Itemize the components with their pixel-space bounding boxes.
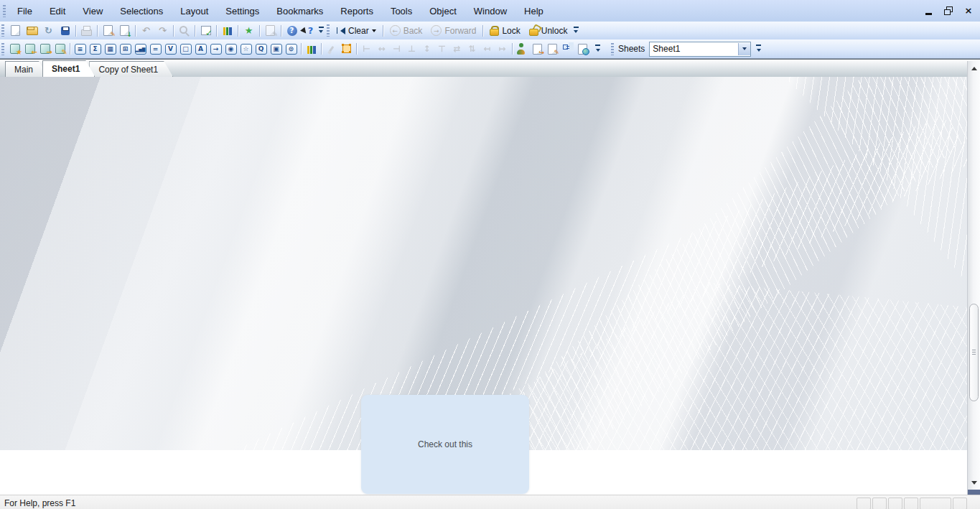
menu-edit[interactable]: Edit [41,3,74,19]
create-chart-icon[interactable] [133,42,148,56]
distribute-vertical-icon[interactable] [465,42,480,56]
quick-chart-wizard-icon[interactable] [219,24,235,38]
create-slider-icon[interactable] [223,42,238,56]
refresh-icon[interactable] [40,24,57,38]
table-viewer-icon[interactable] [560,42,575,56]
separator [319,42,324,56]
tab-label: Copy of Sheet1 [98,65,158,75]
reload-icon[interactable] [116,24,133,38]
unlock-icon [529,26,538,36]
sheet-tab-strip: MainSheet1Copy of Sheet1 [0,59,980,77]
undo-icon[interactable] [138,24,154,38]
separator [235,24,241,38]
align-top-icon[interactable] [434,42,449,56]
user-preferences-icon[interactable] [515,42,530,56]
scrollbar-thumb[interactable] [969,304,979,401]
align-right-icon[interactable] [389,42,404,56]
scroll-up-icon[interactable] [968,62,980,74]
whats-this-icon[interactable] [300,24,317,38]
promote-sheet-icon[interactable] [22,42,37,56]
lock-button[interactable]: Lock [485,23,524,39]
menu-settings[interactable]: Settings [217,3,268,19]
scroll-down-icon[interactable] [968,477,980,489]
menu-help[interactable]: Help [515,3,552,19]
open-icon[interactable] [24,24,40,38]
distribute-horizontal-icon[interactable] [449,42,465,56]
menu-bookmarks[interactable]: Bookmarks [268,3,332,19]
toolbar-grip[interactable] [1,43,4,55]
align-center-horizontal-icon[interactable] [374,42,389,56]
text-object[interactable]: Check out this [361,395,529,494]
toolbar-grip[interactable] [611,43,614,55]
create-container-icon[interactable] [269,42,284,56]
tab-copy-of-sheet1[interactable]: Copy of Sheet1 [89,61,173,77]
minimize-icon[interactable] [924,6,933,15]
search-icon[interactable] [176,24,192,38]
menu-file[interactable]: File [9,3,41,19]
current-selections-icon[interactable] [197,24,214,38]
document-properties-icon[interactable] [530,42,545,56]
create-table-box-icon[interactable] [103,42,118,56]
vertical-scrollbar[interactable] [967,61,980,495]
clear-button[interactable]: Clear [332,23,381,39]
toolbar-overflow-icon[interactable] [751,42,766,56]
toolbar-grip[interactable] [1,24,4,37]
toolbar-overflow-icon[interactable] [317,24,325,38]
menu-window[interactable]: Window [465,3,515,19]
create-custom-object-icon[interactable] [284,42,299,56]
design-grid-icon[interactable] [339,42,354,56]
create-statistics-box-icon[interactable] [88,42,103,56]
align-left-icon[interactable] [359,42,374,56]
edit-module-icon[interactable] [545,42,560,56]
menu-view[interactable]: View [74,3,111,19]
create-search-object-icon[interactable] [253,42,269,56]
menu-object[interactable]: Object [421,3,465,19]
toolbar-grip[interactable] [327,24,330,37]
adjust-left-icon[interactable] [480,42,495,56]
new-document-icon[interactable] [7,24,24,38]
toolbar-overflow-icon[interactable] [590,42,605,56]
forward-button[interactable]: Forward [426,23,480,39]
menu-tools[interactable]: Tools [382,3,421,19]
align-center-vertical-icon[interactable] [419,42,434,56]
align-bottom-icon[interactable] [404,42,419,56]
help-icon[interactable] [284,24,300,38]
print-icon[interactable] [78,24,95,38]
edit-script-icon[interactable] [100,24,116,38]
demote-sheet-icon[interactable] [37,42,52,56]
create-current-selections-box-icon[interactable] [163,42,178,56]
redo-icon[interactable] [154,24,171,38]
sheet-properties-icon[interactable] [52,42,67,56]
unlock-label: Unlock [541,26,568,36]
create-bookmark-object-icon[interactable] [238,42,253,56]
create-text-object-icon[interactable] [193,42,208,56]
adjust-top-icon[interactable] [495,42,510,56]
separator [133,24,138,38]
add-sheet-icon[interactable] [7,42,22,56]
back-button[interactable]: Back [386,23,427,39]
unlock-button[interactable]: Unlock [525,23,572,39]
toolbar-overflow-icon[interactable] [571,24,580,38]
format-painter-icon[interactable] [324,42,339,56]
webview-icon[interactable] [575,42,590,56]
add-bookmark-icon[interactable] [241,24,257,38]
tab-sheet1[interactable]: Sheet1 [42,60,95,77]
menu-layout[interactable]: Layout [172,3,217,19]
sheet-selector[interactable]: Sheet1 [649,42,751,57]
create-button-icon[interactable] [178,42,193,56]
save-icon[interactable] [57,24,73,38]
tab-main[interactable]: Main [5,61,48,77]
create-multi-box-icon[interactable] [118,42,133,56]
create-line-arrow-icon[interactable] [208,42,223,56]
create-input-box-icon[interactable] [148,42,163,56]
close-icon[interactable] [964,6,973,15]
separator [510,42,515,56]
chart-wizard-icon[interactable] [304,42,319,56]
notes-icon[interactable] [262,24,279,38]
chevron-down-icon[interactable] [738,43,750,55]
restore-icon[interactable] [944,6,953,15]
toolbar-grip[interactable] [3,5,6,17]
create-listbox-icon[interactable] [73,42,88,56]
menu-reports[interactable]: Reports [332,3,382,19]
menu-selections[interactable]: Selections [111,3,172,19]
